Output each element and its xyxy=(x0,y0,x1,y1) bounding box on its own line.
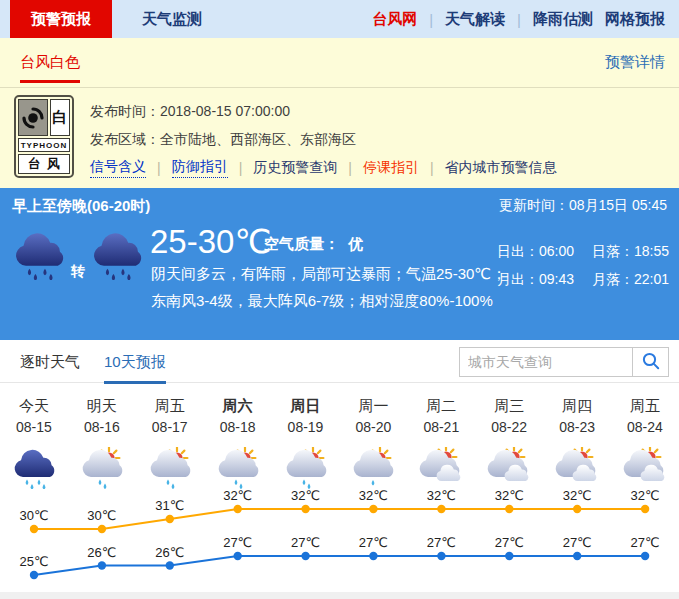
low-temp-label: 27℃ xyxy=(427,535,456,550)
forecast-day-column[interactable]: 周日08-19 xyxy=(272,383,340,490)
low-temp-label: 27℃ xyxy=(563,535,592,550)
tab-ten-day-forecast[interactable]: 10天预报 xyxy=(104,353,166,384)
search-button[interactable] xyxy=(633,347,669,377)
day-date: 08-22 xyxy=(475,419,543,445)
day-name: 周五 xyxy=(136,383,204,419)
topnav-link[interactable]: 网格预报 xyxy=(605,10,665,29)
moonset-time: 月落：22:01 xyxy=(592,271,669,289)
high-temp-label: 30℃ xyxy=(87,508,116,523)
day-name: 周五 xyxy=(611,383,679,419)
low-temp-point xyxy=(234,552,242,560)
topnav-link[interactable]: 台风网 xyxy=(372,10,417,29)
high-temp-point xyxy=(641,505,649,513)
warning-link[interactable]: 历史预警查询 xyxy=(253,159,337,177)
high-temp-point xyxy=(166,515,174,523)
low-temp-label: 26℃ xyxy=(155,545,184,560)
forecast-day-column[interactable]: 周一08-20 xyxy=(339,383,407,490)
heavy-rain-icon xyxy=(0,445,68,490)
high-temp-label: 32℃ xyxy=(291,490,320,503)
warning-link[interactable]: 省内城市预警信息 xyxy=(445,159,557,177)
separator: | xyxy=(429,11,433,28)
low-temp-point xyxy=(573,552,581,560)
bottom-divider xyxy=(0,592,679,599)
sun-cloudy-icon xyxy=(407,445,475,490)
forecast-day-column[interactable]: 周五08-24 xyxy=(611,383,679,490)
high-temp-label: 31℃ xyxy=(155,498,184,513)
forecast-day-column[interactable]: 周六08-18 xyxy=(204,383,272,490)
day-name: 周六 xyxy=(204,383,272,419)
tab-typhoon-white[interactable]: 台风白色 xyxy=(20,53,80,83)
update-time-label: 更新时间： xyxy=(499,197,569,213)
sun-cloudy-icon xyxy=(611,445,679,490)
city-search-input[interactable] xyxy=(459,347,633,377)
low-temp-label: 27℃ xyxy=(291,535,320,550)
warning-link[interactable]: 信号含义 xyxy=(90,158,146,178)
forecast-day-column[interactable]: 周五08-17 xyxy=(136,383,204,490)
moon-times: 月出：09:43 月落：22:01 xyxy=(497,271,669,289)
temperature-range: 25-30℃ xyxy=(150,222,271,261)
sun-shower-icon xyxy=(68,445,136,490)
warning-detail-link[interactable]: 预警详情 xyxy=(605,53,665,72)
weather-warning-page: 预警预报 天气监测 台风网|天气解读|降雨估测网格预报 台风白色 预警详情 白 … xyxy=(0,0,679,599)
warning-link[interactable]: 防御指引 xyxy=(172,158,228,178)
sun-cloudy-icon xyxy=(475,445,543,490)
warning-links: 信号含义|防御指引|历史预警查询|停课指引|省内城市预警信息 xyxy=(90,158,557,178)
air-quality: 空气质量：优 xyxy=(264,235,363,254)
temperature-chart: 30℃30℃31℃32℃32℃32℃32℃32℃32℃32℃25℃26℃26℃2… xyxy=(0,490,679,592)
ten-day-forecast: 今天08-15明天08-16周五08-17周六08-18周日08-19周一08-… xyxy=(0,383,679,599)
publish-time-line: 发布时间：2018-08-15 07:00:00 xyxy=(90,97,557,125)
low-temp-label: 26℃ xyxy=(87,545,116,560)
high-temp-label: 30℃ xyxy=(19,508,48,523)
forecast-day-column[interactable]: 今天08-15 xyxy=(0,383,68,490)
publish-area-label: 发布区域： xyxy=(90,131,160,147)
day-date: 08-18 xyxy=(204,419,272,445)
sun-shower-icon xyxy=(136,445,204,490)
tab-hourly-weather[interactable]: 逐时天气 xyxy=(20,353,80,372)
low-temp-point xyxy=(301,552,309,560)
typhoon-badge-top: 白 xyxy=(18,99,70,136)
forecast-columns: 今天08-15明天08-16周五08-17周六08-18周日08-19周一08-… xyxy=(0,383,679,490)
day-date: 08-24 xyxy=(611,419,679,445)
day-date: 08-17 xyxy=(136,419,204,445)
rain-weather-icon xyxy=(12,230,66,284)
topnav-link[interactable]: 天气解读 xyxy=(445,10,505,29)
topnav-link[interactable]: 降雨估测 xyxy=(533,10,593,29)
typhoon-chinese-label: 台 风 xyxy=(18,154,70,174)
high-temp-point xyxy=(505,505,513,513)
typhoon-char-1: 台 xyxy=(28,155,41,173)
day-name: 周四 xyxy=(543,383,611,419)
high-temp-point xyxy=(301,505,309,513)
sun-cloudy-icon xyxy=(543,445,611,490)
forecast-day-column[interactable]: 周四08-23 xyxy=(543,383,611,490)
tab-weather-monitor[interactable]: 天气监测 xyxy=(142,10,202,29)
typhoon-char-2: 风 xyxy=(47,155,60,173)
publish-time-label: 发布时间： xyxy=(90,103,160,119)
high-temp-label: 32℃ xyxy=(563,490,592,503)
update-time: 更新时间：08月15日 05:45 xyxy=(499,197,667,215)
low-temp-label: 27℃ xyxy=(495,535,524,550)
moonrise-time: 月出：09:43 xyxy=(497,271,592,289)
high-temp-point xyxy=(437,505,445,513)
high-temp-label: 32℃ xyxy=(427,490,456,503)
day-date: 08-15 xyxy=(0,419,68,445)
forecast-day-column[interactable]: 周二08-21 xyxy=(407,383,475,490)
sunrise-time: 日出：06:00 xyxy=(497,243,592,261)
day-name: 明天 xyxy=(68,383,136,419)
high-temp-label: 32℃ xyxy=(631,490,660,503)
high-temp-point xyxy=(369,505,377,513)
publish-area-line: 发布区域：全市陆地、西部海区、东部海区 xyxy=(90,125,557,153)
high-temp-point xyxy=(234,505,242,513)
tab-warning-forecast[interactable]: 预警预报 xyxy=(10,0,112,38)
weather-description: 阴天间多云，有阵雨，局部可达暴雨；气温25-30℃； 东南风3-4级，最大阵风6… xyxy=(151,260,506,314)
publish-area-value: 全市陆地、西部海区、东部海区 xyxy=(160,131,356,147)
weather-description-line2: 东南风3-4级，最大阵风6-7级；相对湿度80%-100% xyxy=(151,287,506,314)
forecast-day-column[interactable]: 周三08-22 xyxy=(475,383,543,490)
low-temp-point xyxy=(641,552,649,560)
city-search xyxy=(459,347,669,377)
current-weather-panel: 早上至傍晚(06-20时) 更新时间：08月15日 05:45 转 25-30℃… xyxy=(0,188,679,340)
warning-link[interactable]: 停课指引 xyxy=(363,159,419,177)
publish-time-value: 2018-08-15 07:00:00 xyxy=(160,103,290,119)
forecast-day-column[interactable]: 明天08-16 xyxy=(68,383,136,490)
low-temp-point xyxy=(30,571,38,579)
sun-light-rain-icon xyxy=(339,445,407,490)
